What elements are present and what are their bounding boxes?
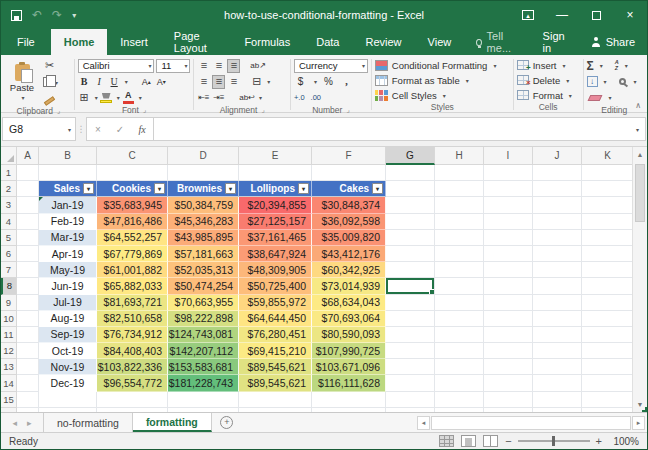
row-header-10[interactable]: 10: [1, 311, 17, 327]
merge-center-icon[interactable]: ⊟: [250, 75, 263, 89]
value-cell-C11[interactable]: $76,734,912: [97, 327, 168, 343]
sort-filter-icon[interactable]: AZ: [615, 60, 619, 71]
value-cell-D8[interactable]: $50,474,254: [168, 278, 239, 294]
cell-H13[interactable]: [435, 359, 484, 375]
cell-A4[interactable]: [17, 214, 39, 230]
cell-G2[interactable]: [386, 181, 435, 197]
row-header-12[interactable]: 12: [1, 343, 17, 359]
filter-dropdown-icon[interactable]: ▾: [372, 183, 383, 194]
cell-I2[interactable]: [484, 181, 533, 197]
value-cell-F8[interactable]: $73,014,939: [312, 278, 386, 294]
cell-J11[interactable]: [533, 327, 582, 343]
cell-C16[interactable]: [97, 408, 168, 412]
row-header-8[interactable]: 8: [1, 278, 17, 294]
cell-J7[interactable]: [533, 262, 582, 278]
row-header-16[interactable]: 16: [1, 408, 17, 412]
cell-I15[interactable]: [484, 392, 533, 408]
month-cell-Jun-19[interactable]: Jun-19: [39, 278, 97, 294]
value-cell-E12[interactable]: $69,415,210: [239, 343, 312, 359]
column-header-D[interactable]: D: [168, 147, 239, 165]
paste-dropdown-icon[interactable]: ▾: [21, 94, 24, 101]
cell-I8[interactable]: [484, 278, 533, 294]
decrease-font-icon[interactable]: A▾: [155, 75, 168, 89]
value-cell-E11[interactable]: $76,280,451: [239, 327, 312, 343]
cell-J14[interactable]: [533, 375, 582, 391]
column-header-I[interactable]: I: [484, 147, 533, 165]
wrap-text-icon[interactable]: ab↩: [239, 91, 255, 105]
cell-K15[interactable]: [582, 392, 632, 408]
value-cell-F12[interactable]: $107,990,725: [312, 343, 386, 359]
tab-insert[interactable]: Insert: [107, 29, 161, 55]
cell-I5[interactable]: [484, 230, 533, 246]
value-cell-D6[interactable]: $57,181,663: [168, 246, 239, 262]
cell-A2[interactable]: [17, 181, 39, 197]
align-left-icon[interactable]: ≡: [197, 75, 210, 89]
horizontal-scrollbar[interactable]: ◂ ▸: [417, 413, 647, 432]
month-cell-Feb-19[interactable]: Feb-19: [39, 214, 97, 230]
value-cell-C5[interactable]: $64,552,257: [97, 230, 168, 246]
cell-J8[interactable]: [533, 278, 582, 294]
value-cell-D4[interactable]: $45,346,283: [168, 214, 239, 230]
sheet-nav-right-icon[interactable]: ▸: [27, 418, 32, 428]
redo-icon[interactable]: ↷: [52, 9, 62, 21]
cell-K9[interactable]: [582, 295, 632, 311]
copy-button[interactable]: ▾: [41, 75, 58, 89]
ribbon-display-options-button[interactable]: ▴: [511, 1, 545, 29]
value-cell-F3[interactable]: $30,848,374: [312, 197, 386, 213]
cell-F1[interactable]: [312, 165, 386, 181]
number-format-select[interactable]: Currency▾: [294, 59, 368, 73]
decrease-decimal-icon[interactable]: .00: [311, 93, 321, 102]
cell-A9[interactable]: [17, 295, 39, 311]
cell-D2[interactable]: Brownies▾: [168, 181, 239, 197]
row-header-3[interactable]: 3: [1, 197, 17, 213]
cell-C1[interactable]: [97, 165, 168, 181]
maximize-button[interactable]: [579, 1, 613, 29]
cell-K8[interactable]: [582, 278, 632, 294]
cell-C15[interactable]: [97, 392, 168, 408]
cell-A1[interactable]: [17, 165, 39, 181]
cut-icon[interactable]: ✂: [41, 58, 58, 72]
cell-H3[interactable]: [435, 197, 484, 213]
format-painter-icon[interactable]: [41, 92, 58, 106]
value-cell-D3[interactable]: $50,384,759: [168, 197, 239, 213]
accounting-dropdown-icon[interactable]: ▾: [314, 78, 317, 85]
share-button[interactable]: Share: [579, 36, 647, 48]
tab-home[interactable]: Home: [51, 29, 108, 55]
autosum-button[interactable]: Σ: [587, 59, 594, 73]
cell-A6[interactable]: [17, 246, 39, 262]
cell-J10[interactable]: [533, 311, 582, 327]
cell-G4[interactable]: [386, 214, 435, 230]
column-header-B[interactable]: B: [39, 147, 97, 165]
cell-A15[interactable]: [17, 392, 39, 408]
cell-G15[interactable]: [386, 392, 435, 408]
number-dialog-launcher-icon[interactable]: ⌟: [346, 106, 349, 114]
value-cell-C6[interactable]: $67,779,869: [97, 246, 168, 262]
cell-E1[interactable]: [239, 165, 312, 181]
clear-dropdown-icon[interactable]: ▾: [609, 94, 612, 101]
value-cell-D10[interactable]: $98,222,898: [168, 311, 239, 327]
align-center-icon[interactable]: ≡: [212, 75, 225, 89]
value-cell-C7[interactable]: $61,001,882: [97, 262, 168, 278]
font-dialog-launcher-icon[interactable]: ⌟: [143, 106, 146, 114]
sheet-tab-no-formatting[interactable]: no-formatting: [43, 413, 133, 432]
font-name-select[interactable]: Calibri▾: [78, 59, 155, 73]
month-cell-Aug-19[interactable]: Aug-19: [39, 311, 97, 327]
cell-C2[interactable]: Cookies▾: [97, 181, 168, 197]
value-cell-E8[interactable]: $50,725,400: [239, 278, 312, 294]
value-cell-F10[interactable]: $70,693,064: [312, 311, 386, 327]
filter-dropdown-icon[interactable]: ▾: [154, 183, 165, 194]
value-cell-D12[interactable]: $142,207,112: [168, 343, 239, 359]
delete-cells-button[interactable]: × Delete▾: [517, 73, 580, 87]
fill-color-dropdown-icon[interactable]: ▾: [117, 94, 120, 101]
row-header-11[interactable]: 11: [1, 327, 17, 343]
cell-G3[interactable]: [386, 197, 435, 213]
zoom-out-icon[interactable]: −: [505, 435, 511, 447]
scroll-left-icon[interactable]: ◂: [417, 416, 430, 430]
column-header-A[interactable]: A: [17, 147, 39, 165]
row-header-7[interactable]: 7: [1, 262, 17, 278]
cell-G13[interactable]: [386, 359, 435, 375]
name-box-dropdown-icon[interactable]: ▾: [68, 126, 71, 133]
cell-H9[interactable]: [435, 295, 484, 311]
zoom-slider[interactable]: [518, 440, 590, 442]
page-layout-view-icon[interactable]: [461, 435, 476, 447]
